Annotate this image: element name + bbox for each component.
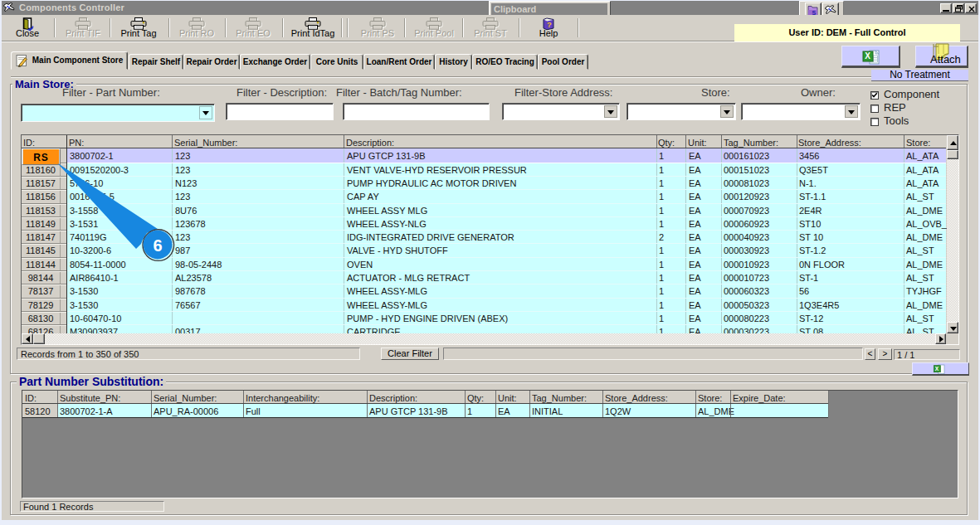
svg-text:6: 6 bbox=[153, 236, 162, 255]
svg-text:X: X bbox=[935, 366, 939, 372]
svg-text:X: X bbox=[865, 51, 870, 61]
